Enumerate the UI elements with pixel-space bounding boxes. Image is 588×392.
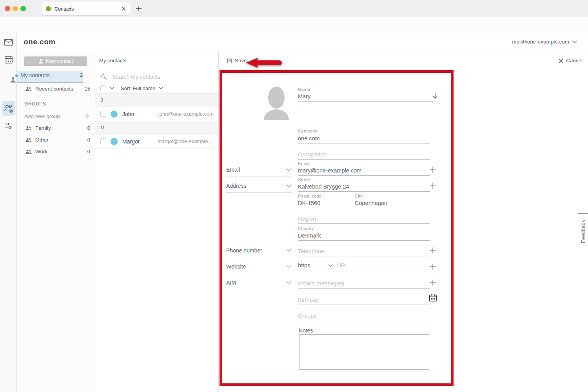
add-website-button[interactable] bbox=[429, 263, 436, 270]
company-label: Company: bbox=[298, 129, 318, 133]
url-scheme-select[interactable]: https bbox=[298, 262, 310, 269]
contact-row-margot[interactable]: Margot margot@one-example.... bbox=[95, 134, 218, 149]
telephone-field[interactable] bbox=[298, 247, 430, 256]
count-badge: 0 bbox=[87, 125, 90, 131]
browser-tab-bar: Contacts bbox=[0, 0, 588, 17]
chevron-down-icon bbox=[572, 40, 577, 44]
add-email-button[interactable] bbox=[429, 166, 436, 173]
one-com-logo: one.com bbox=[24, 38, 56, 46]
sort-label[interactable]: Sort: Full name bbox=[121, 85, 155, 91]
arrow-down-icon[interactable] bbox=[432, 93, 438, 99]
company-field[interactable] bbox=[298, 134, 430, 143]
website-field-row: https bbox=[298, 262, 430, 272]
groups-field[interactable] bbox=[298, 311, 430, 321]
chevron-down-icon[interactable] bbox=[159, 87, 163, 90]
app-header: one.com mail@one-example.com bbox=[17, 33, 588, 51]
email-field[interactable] bbox=[298, 166, 430, 176]
maximize-window-button[interactable] bbox=[20, 6, 26, 11]
people-icon bbox=[25, 149, 32, 154]
contact-checkbox[interactable] bbox=[100, 111, 106, 117]
status-dot bbox=[15, 74, 18, 77]
tab-close-icon[interactable] bbox=[122, 7, 126, 11]
sidebar-item-my-contacts[interactable]: My contacts 2 bbox=[17, 71, 83, 83]
account-email: mail@one-example.com bbox=[512, 39, 569, 45]
count-badge: 15 bbox=[85, 86, 90, 92]
new-contact-button[interactable]: New contact bbox=[24, 56, 87, 66]
birthday-field[interactable] bbox=[298, 295, 430, 305]
name-field[interactable] bbox=[298, 92, 434, 102]
close-window-button[interactable] bbox=[5, 6, 10, 11]
minimize-window-button[interactable] bbox=[13, 6, 18, 11]
browser-window: Contacts https://mail.one.com/new-contac… bbox=[0, 0, 588, 392]
email-type-select[interactable]: Email bbox=[226, 167, 292, 176]
instant-messaging-field[interactable] bbox=[298, 279, 430, 289]
avatar bbox=[111, 111, 118, 118]
region-field[interactable] bbox=[298, 214, 430, 224]
notes-label: Notes bbox=[299, 327, 313, 334]
contact-photo-placeholder[interactable] bbox=[260, 86, 293, 120]
website-type-select[interactable]: Website bbox=[226, 263, 292, 273]
settings-sliders-icon[interactable] bbox=[4, 120, 13, 130]
contacts-icon[interactable]: @ bbox=[4, 103, 13, 113]
tab-title: Contacts bbox=[54, 6, 118, 12]
search-row bbox=[95, 71, 218, 83]
sidebar-group-work[interactable]: Work 0 bbox=[17, 145, 95, 157]
occupation-field[interactable] bbox=[298, 150, 430, 160]
email-label: Email: bbox=[298, 161, 310, 166]
add-address-button[interactable] bbox=[429, 182, 436, 189]
groups-heading: GROUPS bbox=[24, 101, 46, 107]
phone-type-select[interactable]: Phone number bbox=[226, 247, 292, 257]
add-new-group[interactable]: Add new group bbox=[17, 110, 95, 122]
new-tab-button[interactable] bbox=[134, 4, 143, 13]
sort-row: Sort: Full name bbox=[95, 83, 218, 94]
people-icon bbox=[25, 137, 32, 142]
chevron-down-icon[interactable] bbox=[328, 264, 333, 267]
country-field[interactable] bbox=[298, 231, 430, 241]
website-url-field[interactable] bbox=[337, 262, 396, 269]
street-label: Street: bbox=[298, 177, 311, 182]
people-icon bbox=[25, 125, 32, 131]
country-label: Country: bbox=[298, 226, 315, 231]
browser-toolbar: https://mail.one.com/new-contacts/mail%4… bbox=[0, 17, 588, 33]
plus-icon[interactable] bbox=[84, 113, 90, 119]
birthday-calendar-icon[interactable] bbox=[429, 294, 437, 302]
save-button[interactable]: Save bbox=[227, 58, 247, 64]
im-type-select[interactable]: AIM bbox=[226, 279, 292, 289]
browser-tab[interactable]: Contacts bbox=[42, 2, 130, 15]
tab-favicon bbox=[46, 6, 51, 11]
select-all-checkbox[interactable] bbox=[100, 85, 106, 91]
address-type-select[interactable]: Address bbox=[226, 183, 292, 192]
mail-icon[interactable] bbox=[4, 37, 13, 47]
contact-checkbox[interactable] bbox=[100, 138, 106, 144]
sidebar: New contact My contacts 2 Recent contact… bbox=[17, 51, 95, 392]
chevron-down-icon[interactable] bbox=[110, 87, 114, 90]
calendar-icon[interactable] bbox=[4, 54, 13, 64]
app-icon-rail: @ bbox=[0, 33, 17, 392]
sidebar-item-recent-contacts[interactable]: Recent contacts 15 bbox=[17, 83, 95, 94]
city-field[interactable] bbox=[355, 198, 430, 208]
add-phone-button[interactable] bbox=[429, 247, 436, 254]
notes-textarea[interactable] bbox=[299, 334, 429, 370]
count-badge: 2 bbox=[80, 72, 83, 78]
letter-group-header: J bbox=[95, 94, 218, 107]
count-badge: 0 bbox=[87, 149, 90, 154]
feedback-tab[interactable]: Feedback bbox=[578, 213, 588, 249]
letter-group-header: M bbox=[95, 121, 218, 134]
postal-code-field[interactable] bbox=[298, 198, 349, 208]
street-field[interactable] bbox=[298, 182, 430, 192]
cancel-button[interactable]: Cancel bbox=[558, 58, 583, 64]
add-im-button[interactable] bbox=[429, 279, 436, 286]
contact-row-john[interactable]: John john@one-example.com bbox=[95, 107, 218, 121]
account-dropdown[interactable]: mail@one-example.com bbox=[512, 39, 577, 45]
city-label: City: bbox=[355, 194, 364, 198]
contact-list-panel: My contacts Sort: Full name J John john@… bbox=[95, 51, 218, 392]
postal-code-label: Postal code: bbox=[298, 194, 323, 198]
sidebar-group-family[interactable]: Family 0 bbox=[17, 122, 95, 134]
sidebar-group-other[interactable]: Other 0 bbox=[17, 134, 95, 145]
search-icon[interactable] bbox=[101, 74, 107, 80]
person-icon bbox=[38, 59, 43, 64]
chevron-down-icon bbox=[287, 168, 291, 171]
contact-form-panel: Save Cancel Name: Company: Email Email: bbox=[219, 51, 588, 392]
avatar bbox=[111, 138, 118, 145]
search-input[interactable] bbox=[112, 74, 206, 80]
